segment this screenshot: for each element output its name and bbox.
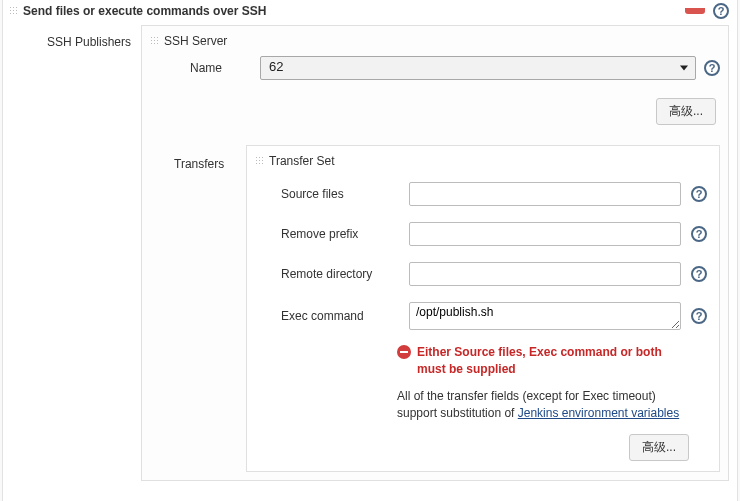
help-icon[interactable]: ? [691, 226, 707, 242]
transfers-label: Transfers [150, 145, 246, 171]
ssh-name-label: Name [150, 61, 260, 75]
drag-handle-icon[interactable] [150, 36, 160, 46]
transfer-set-title: Transfer Set [269, 154, 335, 168]
remove-prefix-label: Remove prefix [255, 227, 409, 241]
delete-button[interactable] [685, 8, 705, 14]
ssh-name-select[interactable]: 62 [260, 56, 696, 80]
ssh-server-title: SSH Server [164, 34, 227, 48]
remote-directory-label: Remote directory [255, 267, 409, 281]
transfer-set-panel: Transfer Set Source files ? Remove prefi… [246, 145, 720, 472]
help-icon[interactable]: ? [691, 308, 707, 324]
ssh-advanced-button[interactable]: 高级... [656, 98, 716, 125]
error-icon [397, 345, 411, 359]
transfer-help-text: All of the transfer fields (except for E… [247, 382, 719, 427]
drag-handle-icon[interactable] [9, 6, 19, 16]
remote-directory-input[interactable] [409, 262, 681, 286]
transfer-advanced-button[interactable]: 高级... [629, 434, 689, 461]
source-files-label: Source files [255, 187, 409, 201]
help-icon[interactable]: ? [691, 186, 707, 202]
help-icon[interactable]: ? [704, 60, 720, 76]
error-text: Either Source files, Exec command or bot… [417, 344, 683, 378]
help-icon[interactable]: ? [713, 3, 729, 19]
source-files-input[interactable] [409, 182, 681, 206]
section-title: Send files or execute commands over SSH [23, 4, 685, 18]
exec-command-label: Exec command [255, 309, 409, 323]
ssh-publishers-panel: SSH Server Name 62 ? 高级... Tr [141, 25, 729, 481]
drag-handle-icon[interactable] [255, 156, 265, 166]
help-icon[interactable]: ? [691, 266, 707, 282]
ssh-publishers-label: SSH Publishers [11, 25, 141, 49]
remove-prefix-input[interactable] [409, 222, 681, 246]
jenkins-env-vars-link[interactable]: Jenkins environment variables [518, 406, 679, 420]
exec-command-input[interactable]: /opt/publish.sh [409, 302, 681, 330]
